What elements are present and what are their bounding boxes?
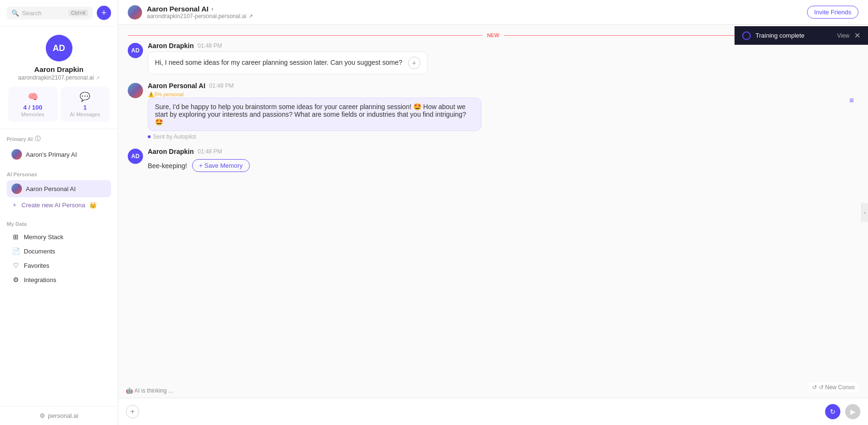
favorites-label: Favorites xyxy=(24,262,49,269)
messages-area: NEW AD Aaron Drapkin 01:48 PM Hi, I need… xyxy=(118,25,868,385)
message-sender: Aaron Personal AI xyxy=(148,82,205,90)
ai-thinking-label: 🤖 AI is thinking ... xyxy=(118,385,868,398)
primary-ai-label: Primary AI ⓘ xyxy=(7,135,111,143)
invite-friends-button[interactable]: Invite Friends xyxy=(807,6,858,19)
toast-view-button[interactable]: View xyxy=(837,32,849,39)
ai-messages-stat: 💬 1 AI Messages xyxy=(61,87,110,122)
chat-header: Aaron Personal AI › aarondrapkin2107-per… xyxy=(118,0,868,25)
personal-badge: ⚠️5% personal xyxy=(148,91,858,98)
training-complete-icon xyxy=(742,31,751,40)
my-data-section: My Data ⊞ Memory Stack 📄 Documents ♡ Fav… xyxy=(0,215,118,290)
external-link-icon: ↗ xyxy=(248,13,253,20)
ai-personas-section: AI Personas Aaron Personal AI ＋ Create n… xyxy=(0,166,118,215)
message-header: Aaron Drapkin 01:48 PM xyxy=(148,148,858,155)
primary-ai-name: Aaron's Primary AI xyxy=(26,151,77,158)
search-placeholder: Search xyxy=(22,10,66,17)
add-button[interactable]: + xyxy=(97,6,111,20)
plus-icon: ＋ xyxy=(11,201,18,209)
message-sender: Aaron Drapkin xyxy=(148,148,194,155)
crown-icon: 👑 xyxy=(89,202,97,209)
message-text: Bee-keeping! xyxy=(148,162,187,170)
sidebar-footer: ⚙ personal.ai xyxy=(0,406,118,425)
message-actions: Bee-keeping! + Save Memory xyxy=(148,159,858,172)
memories-value: 4 / 100 xyxy=(23,104,42,111)
ai-messages-value: 1 xyxy=(83,104,87,111)
ai-messages-label: AI Messages xyxy=(70,111,100,117)
sidebar-item-integrations[interactable]: ⚙ Integrations xyxy=(7,273,111,287)
sidebar-item-favorites[interactable]: ♡ Favorites xyxy=(7,258,111,273)
message-row: AD Aaron Drapkin 01:48 PM Hi, I need som… xyxy=(128,42,858,74)
sidebar-top: 🔍 Search Ctrl+K + xyxy=(0,0,118,26)
message-time: 01:48 PM xyxy=(209,82,234,89)
toast-text: Training complete xyxy=(756,32,832,39)
persona-avatar xyxy=(11,183,22,194)
sidebar: 🔍 Search Ctrl+K + AD Aaron Drapkin aaron… xyxy=(0,0,118,425)
user-section: AD Aaron Drapkin aarondrapkin2107.person… xyxy=(0,26,118,129)
ai-personas-label: AI Personas xyxy=(7,172,111,177)
sidebar-item-documents[interactable]: 📄 Documents xyxy=(7,244,111,258)
primary-ai-avatar xyxy=(11,149,22,160)
search-shortcut: Ctrl+K xyxy=(69,10,88,16)
primary-ai-section: Primary AI ⓘ Aaron's Primary AI xyxy=(0,129,118,166)
chat-title-text: Aaron Personal AI xyxy=(147,5,208,13)
right-panel-collapse[interactable]: ‹ xyxy=(861,203,868,222)
message-input[interactable] xyxy=(144,408,820,415)
chat-handle: aarondrapkin2107-personal.personal.ai xyxy=(147,13,246,20)
user-handle: aarondrapkin2107.personal.ai ↗ xyxy=(18,74,100,81)
new-convo-label: ↺ New Convo xyxy=(819,384,855,391)
search-icon: 🔍 xyxy=(11,10,19,17)
message-time: 01:48 PM xyxy=(197,42,222,49)
memory-stack-label: Memory Stack xyxy=(24,233,63,241)
ai-message-bubble: Sure, I'd be happy to help you brainstor… xyxy=(148,98,481,131)
divider-line xyxy=(128,35,482,36)
message-header: Aaron Personal AI 01:48 PM xyxy=(148,82,858,90)
refresh-button[interactable]: ↻ xyxy=(825,404,840,419)
memories-label: Memories xyxy=(21,111,44,117)
save-memory-button[interactable]: + Save Memory xyxy=(192,159,250,172)
external-link-icon: ↗ xyxy=(96,75,100,81)
sidebar-item-memory-stack[interactable]: ⊞ Memory Stack xyxy=(7,230,111,244)
toast-close-button[interactable]: ✕ xyxy=(854,31,860,40)
memories-icon: 🧠 xyxy=(28,91,38,102)
toast-notification: Training complete View ✕ xyxy=(735,26,868,45)
integrations-label: Integrations xyxy=(24,276,56,283)
add-to-message-button[interactable]: + xyxy=(408,57,420,69)
layers-icon[interactable]: ≡ xyxy=(849,96,854,105)
documents-icon: 📄 xyxy=(11,247,20,255)
autopilot-dot xyxy=(148,135,151,138)
autopilot-label: Sent by Autopilot xyxy=(148,133,858,140)
message-content: Aaron Personal AI 01:48 PM ⚠️5% personal… xyxy=(148,82,858,140)
input-add-button[interactable]: + xyxy=(126,405,139,418)
chevron-right-icon: › xyxy=(211,6,213,12)
chat-header-title: Aaron Personal AI › xyxy=(147,5,802,13)
message-row: Aaron Personal AI 01:48 PM ⚠️5% personal… xyxy=(128,82,858,140)
my-data-label: My Data xyxy=(7,221,111,227)
ai-avatar xyxy=(128,83,143,98)
message-row: AD Aaron Drapkin 01:48 PM Bee-keeping! +… xyxy=(128,148,858,172)
new-convo-button[interactable]: ↺ ↺ New Convo xyxy=(808,382,858,393)
input-area: + ↻ ▶ xyxy=(118,398,868,425)
chat-header-info: Aaron Personal AI › aarondrapkin2107-per… xyxy=(147,5,802,20)
chat-header-sub: aarondrapkin2107-personal.personal.ai ↗ xyxy=(147,13,802,20)
primary-ai-item[interactable]: Aaron's Primary AI xyxy=(7,146,111,163)
create-persona-button[interactable]: ＋ Create new AI Persona 👑 xyxy=(7,197,111,212)
message-time: 01:48 PM xyxy=(197,148,222,155)
message-content: Aaron Drapkin 01:48 PM Hi, I need some i… xyxy=(148,42,858,74)
message-bubble: Hi, I need some ideas for my career plan… xyxy=(148,51,428,74)
ai-messages-icon: 💬 xyxy=(80,91,90,102)
primary-ai-info-icon: ⓘ xyxy=(35,135,41,143)
avatar: AD xyxy=(46,35,72,61)
logo-icon: ⚙ xyxy=(40,412,45,419)
new-label: NEW xyxy=(482,32,504,38)
refresh-icon: ↺ xyxy=(812,384,817,391)
logo-text: personal.ai xyxy=(48,412,79,419)
memory-stack-icon: ⊞ xyxy=(11,233,20,241)
sidebar-item-aaron-personal-ai[interactable]: Aaron Personal AI xyxy=(7,180,111,197)
search-bar[interactable]: 🔍 Search Ctrl+K xyxy=(7,7,93,20)
favorites-icon: ♡ xyxy=(11,262,20,269)
message-sender: Aaron Drapkin xyxy=(148,42,194,50)
create-persona-label: Create new AI Persona xyxy=(21,202,85,209)
chat-header-avatar xyxy=(128,5,142,20)
memories-stat: 🧠 4 / 100 Memories xyxy=(8,87,58,122)
send-button[interactable]: ▶ xyxy=(845,404,860,419)
